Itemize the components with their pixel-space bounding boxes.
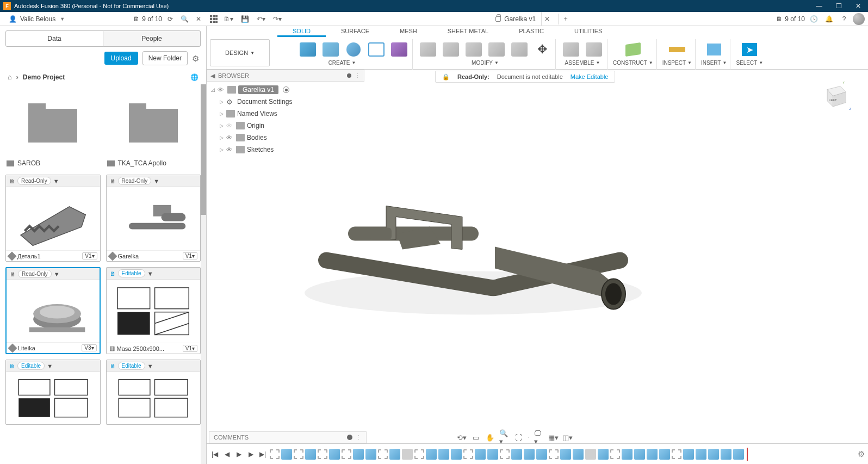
timeline-step[interactable] [560, 449, 571, 460]
twisty-icon[interactable]: ◿ [210, 87, 215, 92]
home-icon[interactable]: ⌂ [8, 73, 12, 81]
new-folder-button[interactable]: New Folder [142, 51, 188, 65]
timeline-step[interactable] [683, 449, 694, 460]
tree-item-named-views[interactable]: ▷ Named Views [207, 108, 364, 120]
visibility-icon[interactable]: 👁 [226, 146, 234, 153]
ribbon-tab-utilities[interactable]: UTILITIES [559, 26, 617, 37]
design-card[interactable]: 🗎Read-Only▼ Деталь1V1▾ [5, 175, 101, 262]
visibility-icon[interactable]: 👁 [218, 86, 225, 93]
settings-icon[interactable]: ⚙ [192, 54, 201, 63]
timeline-start-button[interactable]: |◀ [210, 450, 220, 458]
activate-icon[interactable] [283, 86, 289, 93]
timeline-step[interactable] [634, 449, 645, 460]
insert-button[interactable] [704, 40, 724, 59]
timeline-play-button[interactable]: ▶ [234, 450, 244, 458]
close-tab-button[interactable]: ✕ [542, 14, 553, 24]
revolve-button[interactable] [344, 40, 363, 59]
upload-button[interactable]: Upload [104, 52, 138, 65]
document-tab[interactable]: Garelka v1 [490, 12, 542, 26]
workspace-switcher[interactable]: DESIGN▼ [210, 39, 270, 66]
timeline-step[interactable] [622, 449, 633, 460]
select-button[interactable]: ➤ [740, 40, 759, 59]
folder-card[interactable]: TKA_TCA Apollo [106, 88, 201, 169]
joint-button[interactable] [584, 40, 604, 59]
timeline-marker[interactable] [747, 448, 748, 461]
notifications-button[interactable]: 🔔 [822, 13, 835, 26]
combine-button[interactable] [487, 40, 506, 59]
design-card[interactable]: 🗎Read-Only▼ GarelkaV1▾ [106, 175, 201, 262]
refresh-button[interactable]: ⟳ [164, 13, 176, 25]
comments-panel[interactable]: COMMENTS ⋮ [209, 431, 367, 443]
sweep-button[interactable] [367, 40, 386, 59]
twisty-icon[interactable]: ▷ [219, 123, 224, 128]
visibility-icon[interactable]: 👁 [226, 134, 234, 141]
timeline-step[interactable] [378, 449, 388, 459]
measure-button[interactable] [667, 40, 687, 59]
create-box-button[interactable] [298, 40, 318, 59]
scrollbar-thumb[interactable] [201, 84, 206, 215]
timeline-step[interactable] [536, 449, 547, 460]
pan-button[interactable]: ✋ [485, 432, 495, 442]
extensions-button[interactable]: 🕓 [807, 13, 820, 26]
zoom-button[interactable]: 🔍▾ [499, 432, 509, 442]
timeline-step[interactable] [438, 449, 449, 460]
timeline-step[interactable] [672, 449, 681, 459]
window-close-button[interactable]: ✕ [848, 0, 868, 12]
drag-handle-icon[interactable]: ⋮ [356, 434, 362, 441]
breadcrumb-project[interactable]: Demo Project [23, 73, 65, 81]
timeline-step[interactable] [294, 449, 303, 459]
timeline-step[interactable] [708, 449, 719, 460]
design-card[interactable]: 🗎Editable▼ [5, 360, 101, 425]
folder-card[interactable]: SAROB [5, 88, 101, 169]
timeline-step[interactable] [365, 449, 376, 460]
design-card[interactable]: 🗎Editable▼ [106, 360, 201, 425]
new-tab-button[interactable]: ＋ [558, 14, 569, 24]
timeline-step[interactable] [426, 449, 437, 460]
timeline-step[interactable] [342, 449, 351, 459]
tree-root[interactable]: ◿ 👁 Garelka v1 [207, 84, 364, 96]
data-panel-toggle-button[interactable] [210, 15, 218, 23]
tree-item-sketches[interactable]: ▷ 👁 Sketches [207, 144, 364, 156]
timeline-step[interactable] [305, 449, 316, 460]
timeline-step[interactable] [610, 449, 620, 459]
view-cube[interactable]: LEFT Y Z [819, 81, 852, 113]
orbit-button[interactable]: ⟲▾ [457, 432, 467, 442]
display-settings-button[interactable]: 🖵▾ [534, 432, 544, 442]
split-button[interactable] [510, 40, 529, 59]
visibility-icon[interactable]: 👁 [226, 122, 234, 129]
timeline-step[interactable] [696, 449, 706, 460]
fillet-button[interactable] [441, 40, 461, 59]
timeline-step[interactable] [463, 449, 473, 459]
create-sketch-button[interactable] [275, 40, 295, 59]
twisty-icon[interactable]: ▷ [219, 147, 224, 152]
timeline-steps[interactable] [270, 448, 852, 461]
timeline-step[interactable] [721, 449, 731, 460]
redo-button[interactable]: ↷▾ [272, 14, 283, 24]
extrude-button[interactable] [321, 40, 340, 59]
window-restore-button[interactable]: ❐ [829, 0, 848, 12]
drag-handle-icon[interactable]: ⋮ [355, 72, 361, 79]
timeline-step[interactable] [598, 449, 609, 460]
tab-data[interactable]: Data [5, 30, 103, 47]
window-minimize-button[interactable]: — [809, 0, 829, 12]
tree-item-bodies[interactable]: ▷ 👁 Bodies [207, 132, 364, 144]
timeline-step[interactable] [389, 449, 400, 460]
timeline-step[interactable] [329, 449, 340, 460]
timeline-back-button[interactable]: ◀ [222, 450, 232, 458]
timeline-step[interactable] [353, 449, 364, 460]
timeline-step[interactable] [647, 449, 658, 460]
pin-icon[interactable] [347, 73, 351, 78]
twisty-icon[interactable]: ▷ [219, 111, 224, 116]
timeline-end-button[interactable]: ▶| [258, 450, 268, 458]
timeline-step[interactable] [318, 449, 327, 459]
version-badge[interactable]: V1▾ [82, 252, 97, 259]
timeline-step[interactable] [573, 449, 584, 460]
design-card[interactable]: 🗎Read-Only▼ LiteikaV3▾ [5, 267, 101, 354]
ribbon-tab-plastic[interactable]: PLASTIC [504, 26, 559, 37]
undo-button[interactable]: ↶▾ [256, 14, 266, 24]
timeline-forward-button[interactable]: ▶ [246, 450, 256, 458]
viewport-layout-button[interactable]: ◫▾ [562, 432, 572, 442]
timeline-step[interactable] [475, 449, 486, 460]
version-badge[interactable]: V1▾ [183, 345, 197, 352]
grid-settings-button[interactable]: ▦▾ [548, 432, 558, 442]
